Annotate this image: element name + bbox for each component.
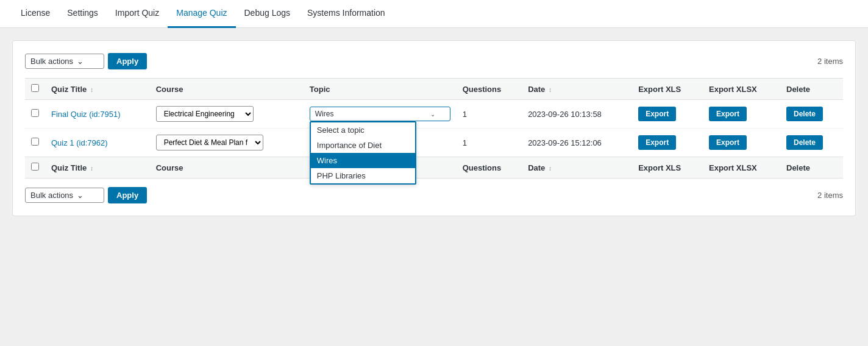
nav-manage-quiz[interactable]: Manage Quiz bbox=[168, 0, 235, 28]
header-quiz-title: Quiz Title ↕ bbox=[45, 79, 150, 100]
sort-icon-date: ↕ bbox=[549, 86, 552, 93]
table-row: Final Quiz (id:7951) Electrical Engineer… bbox=[25, 100, 843, 129]
footer-sort-icon-title: ↕ bbox=[90, 165, 93, 172]
footer-quiz-title: Quiz Title ↕ bbox=[45, 157, 150, 178]
nav-license[interactable]: License bbox=[12, 0, 59, 28]
row1-checkbox[interactable] bbox=[31, 109, 39, 117]
row2-export-xlsx-button[interactable]: Export bbox=[709, 135, 747, 150]
bulk-actions-bottom-label: Bulk actions bbox=[30, 191, 73, 200]
sort-icon-title: ↕ bbox=[90, 86, 93, 93]
table-header-row: Quiz Title ↕ Course Topic Questions Date… bbox=[25, 79, 843, 100]
row1-quiz-title: Final Quiz (id:7951) bbox=[45, 100, 150, 129]
items-count-bottom: 2 items bbox=[817, 191, 843, 200]
row2-quiz-title: Quiz 1 (id:7962) bbox=[45, 129, 150, 157]
header-course: Course bbox=[150, 79, 304, 100]
row2-course: Perfect Diet & Meal Plan f bbox=[150, 129, 304, 157]
row1-course: Electrical Engineering bbox=[150, 100, 304, 129]
row1-topic-dropdown-menu: Select a topic Importance of Diet Wires … bbox=[310, 121, 416, 185]
table-row: Quiz 1 (id:7962) Perfect Diet & Meal Pla… bbox=[25, 129, 843, 157]
nav-settings[interactable]: Settings bbox=[59, 0, 107, 28]
row1-topic-dropdown-container: Wires ⌄ Select a topic Importance of Die… bbox=[310, 107, 450, 121]
header-checkbox-cell bbox=[25, 79, 45, 100]
nav-import-quiz[interactable]: Import Quiz bbox=[107, 0, 168, 28]
nav-systems-information[interactable]: Systems Information bbox=[299, 0, 394, 28]
footer-course: Course bbox=[150, 157, 304, 178]
row1-questions: 1 bbox=[457, 100, 522, 129]
bulk-actions-top-label: Bulk actions bbox=[30, 57, 73, 66]
dropdown-item-wires[interactable]: Wires bbox=[311, 153, 415, 168]
row2-date: 2023-09-26 15:12:06 bbox=[522, 129, 632, 157]
footer-export-xls: Export XLS bbox=[632, 157, 703, 178]
bulk-actions-bottom[interactable]: Bulk actions ⌄ bbox=[25, 188, 104, 203]
row1-date: 2023-09-26 10:13:58 bbox=[522, 100, 632, 129]
bulk-actions-top[interactable]: Bulk actions ⌄ bbox=[25, 54, 104, 69]
apply-top-button[interactable]: Apply bbox=[108, 53, 147, 69]
row2-delete: Delete bbox=[780, 129, 843, 157]
row1-checkbox-cell bbox=[25, 100, 45, 129]
footer-delete: Delete bbox=[780, 157, 843, 178]
page-content: Bulk actions ⌄ Apply 2 items Quiz Title … bbox=[0, 28, 868, 228]
quiz-table: Quiz Title ↕ Course Topic Questions Date… bbox=[25, 78, 843, 178]
row2-quiz-link[interactable]: Quiz 1 (id:7962) bbox=[51, 138, 108, 147]
row2-export-xls-button[interactable]: Export bbox=[638, 135, 676, 150]
select-all-checkbox[interactable] bbox=[31, 84, 39, 92]
chevron-down-icon: ⌄ bbox=[77, 191, 84, 200]
chevron-down-icon: ⌄ bbox=[430, 111, 435, 118]
dropdown-item-select-topic[interactable]: Select a topic bbox=[311, 122, 415, 138]
footer-export-xlsx: Export XLSX bbox=[703, 157, 780, 178]
dropdown-item-php-libraries[interactable]: PHP Libraries bbox=[311, 168, 415, 183]
row2-export-xlsx: Export bbox=[703, 129, 780, 157]
row1-quiz-link[interactable]: Final Quiz (id:7951) bbox=[51, 110, 120, 119]
dropdown-item-importance-of-diet[interactable]: Importance of Diet bbox=[311, 138, 415, 153]
header-export-xls: Export XLS bbox=[632, 79, 703, 100]
footer-questions: Questions bbox=[457, 157, 522, 178]
top-navigation: License Settings Import Quiz Manage Quiz… bbox=[0, 0, 868, 28]
footer-sort-icon-date: ↕ bbox=[549, 165, 552, 172]
row2-delete-button[interactable]: Delete bbox=[786, 135, 823, 150]
row1-delete: Delete bbox=[780, 100, 843, 129]
header-export-xlsx: Export XLSX bbox=[703, 79, 780, 100]
row1-topic-select[interactable]: Wires ⌄ bbox=[310, 107, 450, 121]
footer-checkbox-cell bbox=[25, 157, 45, 178]
row1-export-xls-button[interactable]: Export bbox=[638, 107, 676, 121]
row2-checkbox-cell bbox=[25, 129, 45, 157]
footer-select-all-checkbox[interactable] bbox=[31, 163, 39, 171]
row2-checkbox[interactable] bbox=[31, 138, 39, 146]
apply-bottom-button[interactable]: Apply bbox=[108, 187, 147, 203]
row1-topic-cell: Wires ⌄ Select a topic Importance of Die… bbox=[304, 100, 457, 129]
nav-debug-logs[interactable]: Debug Logs bbox=[236, 0, 299, 28]
header-topic: Topic bbox=[304, 79, 457, 100]
header-date: Date ↕ bbox=[522, 79, 632, 100]
main-card: Bulk actions ⌄ Apply 2 items Quiz Title … bbox=[12, 40, 856, 216]
header-delete: Delete bbox=[780, 79, 843, 100]
row1-export-xls: Export bbox=[632, 100, 703, 129]
header-questions: Questions bbox=[457, 79, 522, 100]
row1-export-xlsx-button[interactable]: Export bbox=[709, 107, 747, 121]
row1-delete-button[interactable]: Delete bbox=[786, 107, 823, 121]
table-footer-row: Quiz Title ↕ Course Topic Questions Date… bbox=[25, 157, 843, 178]
top-toolbar: Bulk actions ⌄ Apply 2 items bbox=[25, 53, 843, 69]
row1-course-select[interactable]: Electrical Engineering bbox=[156, 106, 254, 122]
row2-course-select[interactable]: Perfect Diet & Meal Plan f bbox=[156, 135, 263, 150]
row2-export-xls: Export bbox=[632, 129, 703, 157]
bottom-toolbar: Bulk actions ⌄ Apply 2 items bbox=[25, 187, 843, 203]
chevron-down-icon: ⌄ bbox=[77, 57, 84, 66]
row2-questions: 1 bbox=[457, 129, 522, 157]
row1-export-xlsx: Export bbox=[703, 100, 780, 129]
footer-date: Date ↕ bbox=[522, 157, 632, 178]
items-count-top: 2 items bbox=[817, 57, 843, 66]
